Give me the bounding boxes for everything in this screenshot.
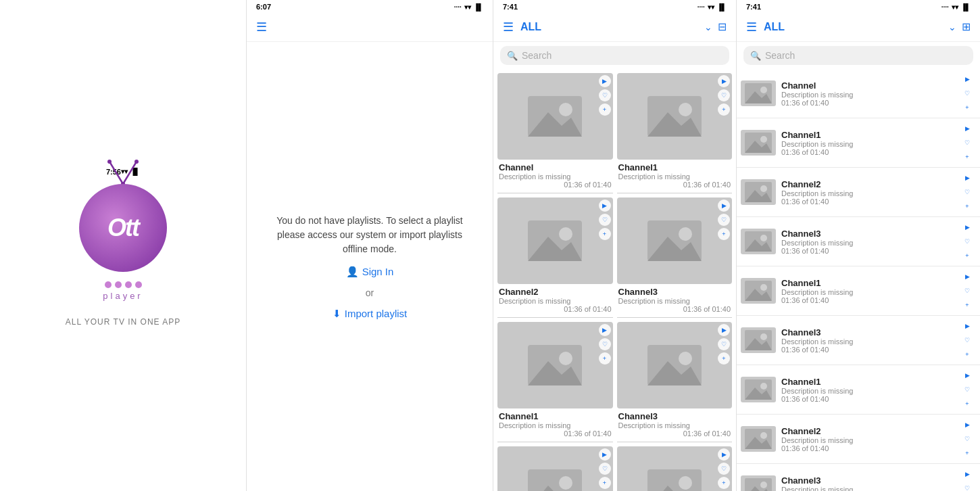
more-btn[interactable]: + — [718, 103, 730, 116]
list-thumb — [741, 327, 776, 353]
download-icon: ⬇ — [333, 308, 341, 320]
play-btn[interactable]: ▶ — [718, 448, 730, 461]
play-btn[interactable]: ▶ — [599, 75, 611, 87]
hamburger-menu-grid[interactable]: ☰ — [503, 20, 514, 34]
more-btn[interactable]: + — [718, 477, 730, 489]
list-play-btn[interactable]: ▶ — [961, 468, 973, 480]
panel-grid: 7:41 ···· ▾▾ ▐▌ ☰ ALL ⌄ ⊟ 🔍 Search ▶ ♡ + — [493, 0, 737, 491]
list-play-btn[interactable]: ▶ — [961, 320, 973, 332]
card-desc: Description is missing — [618, 172, 731, 181]
more-btn[interactable]: + — [718, 352, 730, 365]
list-heart-btn[interactable]: ♡ — [961, 482, 973, 491]
list-more-btn[interactable]: + — [961, 151, 973, 163]
list-actions: ▶ ♡ + — [961, 468, 973, 491]
more-btn[interactable]: + — [599, 228, 611, 240]
heart-btn[interactable]: ♡ — [718, 89, 730, 101]
list-more-btn[interactable]: + — [961, 250, 973, 262]
grid-channel-card[interactable]: ▶ ♡ + Channel1 Description is missing 01… — [617, 73, 733, 193]
list-play-btn[interactable]: ▶ — [961, 369, 973, 381]
list-more-btn[interactable]: + — [961, 299, 973, 311]
grid-channel-card[interactable]: ▶ ♡ + Channel3 Description is missing 01… — [617, 197, 733, 318]
heart-btn[interactable]: ♡ — [718, 338, 730, 350]
play-btn[interactable]: ▶ — [718, 324, 730, 336]
import-playlist-link[interactable]: ⬇ Import playlist — [333, 308, 408, 320]
list-play-btn[interactable]: ▶ — [961, 73, 973, 85]
list-channel-item[interactable]: Channel2 Description is missing 01:36 of… — [737, 415, 980, 464]
play-btn[interactable]: ▶ — [718, 75, 730, 87]
more-btn[interactable]: + — [599, 352, 611, 365]
list-heart-btn[interactable]: ♡ — [961, 186, 973, 198]
list-channel-item[interactable]: Channel3 Description is missing 01:36 of… — [737, 464, 980, 491]
list-channel-item[interactable]: Channel2 Description is missing 01:36 of… — [737, 168, 980, 217]
list-heart-btn[interactable]: ♡ — [961, 285, 973, 297]
grid-channel-card[interactable]: ▶ ♡ + Channel2 Description is missing 01… — [497, 446, 613, 491]
list-heart-btn[interactable]: ♡ — [961, 137, 973, 149]
list-channel-item[interactable]: Channel1 Description is missing 01:36 of… — [737, 118, 980, 168]
list-channel-time: 01:36 of 01:40 — [781, 444, 956, 452]
list-play-btn[interactable]: ▶ — [961, 419, 973, 431]
list-thumb — [741, 426, 776, 452]
heart-btn[interactable]: ♡ — [718, 214, 730, 226]
list-channel-item[interactable]: Channel3 Description is missing 01:36 of… — [737, 217, 980, 266]
search-bar-list[interactable]: 🔍 Search — [743, 46, 973, 65]
list-channel-item[interactable]: Channel1 Description is missing 01:36 of… — [737, 365, 980, 415]
hamburger-menu-list[interactable]: ☰ — [746, 20, 757, 34]
list-more-btn[interactable]: + — [961, 398, 973, 410]
list-channel-item[interactable]: Channel1 Description is missing 01:36 of… — [737, 266, 980, 316]
list-more-btn[interactable]: + — [961, 101, 973, 114]
list-more-btn[interactable]: + — [961, 200, 973, 212]
sign-in-link[interactable]: 👤 Sign In — [346, 266, 394, 278]
list-play-btn[interactable]: ▶ — [961, 271, 973, 283]
list-play-btn[interactable]: ▶ — [961, 221, 973, 233]
more-btn[interactable]: + — [599, 103, 611, 116]
list-heart-btn[interactable]: ♡ — [961, 235, 973, 248]
list-play-btn[interactable]: ▶ — [961, 122, 973, 135]
list-play-btn[interactable]: ▶ — [961, 172, 973, 184]
list-heart-btn[interactable]: ♡ — [961, 433, 973, 445]
list-more-btn[interactable]: + — [961, 447, 973, 459]
grid-channel-card[interactable]: ▶ ♡ + Channel3 Description is missing 01… — [617, 446, 733, 491]
grid-channel-card[interactable]: ▶ ♡ + Channel2 Description is missing 01… — [497, 197, 613, 318]
list-thumb — [741, 130, 776, 156]
list-channel-item[interactable]: Channel Description is missing 01:36 of … — [737, 69, 980, 118]
grid-channel-card[interactable]: ▶ ♡ + Channel Description is missing 01:… — [497, 73, 613, 193]
play-btn[interactable]: ▶ — [718, 200, 730, 212]
svg-point-27 — [679, 476, 692, 490]
list-more-btn[interactable]: + — [961, 348, 973, 360]
play-btn[interactable]: ▶ — [599, 324, 611, 336]
list-channel-desc: Description is missing — [781, 486, 956, 492]
list-view-icon-grid[interactable]: ⊟ — [718, 20, 727, 33]
heart-btn[interactable]: ♡ — [599, 338, 611, 350]
import-label: Import playlist — [345, 308, 408, 319]
list-info: Channel1 Description is missing 01:36 of… — [781, 377, 956, 403]
grid-view-icon-list[interactable]: ⊞ — [962, 20, 971, 33]
list-heart-btn[interactable]: ♡ — [961, 87, 973, 99]
card-time: 01:36 of 01:40 — [499, 181, 612, 189]
card-thumb-wrap: ▶ ♡ + — [497, 73, 613, 160]
grid-channel-card[interactable]: ▶ ♡ + Channel3 Description is missing 01… — [617, 322, 733, 442]
chevron-down-grid[interactable]: ⌄ — [704, 22, 712, 32]
list-thumb — [741, 179, 776, 205]
list-heart-btn[interactable]: ♡ — [961, 383, 973, 396]
hamburger-menu-playlist[interactable]: ☰ — [256, 20, 267, 34]
search-bar-grid[interactable]: 🔍 Search — [500, 46, 729, 65]
thumbnail-icon — [745, 231, 772, 252]
list-channel-item[interactable]: Channel3 Description is missing 01:36 of… — [737, 316, 980, 365]
svg-point-18 — [559, 352, 572, 365]
heart-btn[interactable]: ♡ — [599, 89, 611, 101]
list-info: Channel2 Description is missing 01:36 of… — [781, 426, 956, 452]
play-btn[interactable]: ▶ — [599, 448, 611, 461]
heart-btn[interactable]: ♡ — [718, 463, 730, 475]
grid-channel-card[interactable]: ▶ ♡ + Channel1 Description is missing 01… — [497, 322, 613, 442]
card-desc: Description is missing — [499, 421, 612, 429]
list-heart-btn[interactable]: ♡ — [961, 334, 973, 346]
play-btn[interactable]: ▶ — [599, 200, 611, 212]
card-time: 01:36 of 01:40 — [499, 429, 612, 438]
list-channel-desc: Description is missing — [781, 140, 956, 148]
heart-btn[interactable]: ♡ — [599, 463, 611, 475]
card-title: Channel3 — [618, 411, 731, 421]
more-btn[interactable]: + — [718, 228, 730, 240]
chevron-down-list[interactable]: ⌄ — [948, 22, 956, 32]
more-btn[interactable]: + — [599, 477, 611, 489]
heart-btn[interactable]: ♡ — [599, 214, 611, 226]
